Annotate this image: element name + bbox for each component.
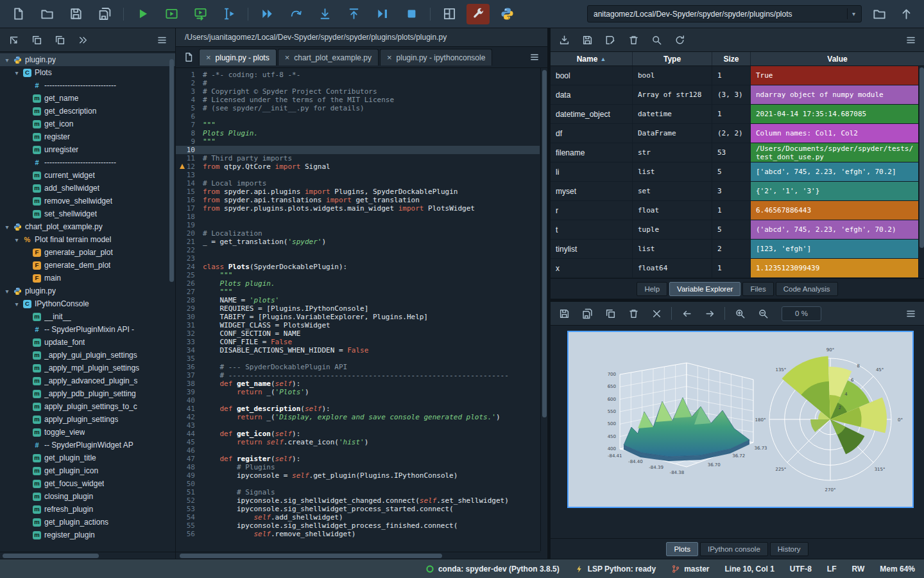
variable-row[interactable]: dfDataFrame(2, 2)Column names: Col1, Col…: [551, 124, 924, 143]
code-line[interactable]: 12from qtpy.QtCore import Signal: [176, 162, 540, 171]
variable-row[interactable]: filenamestr53/Users/Documents/spyder/spy…: [551, 143, 924, 162]
save-data-as-button[interactable]: [601, 31, 620, 49]
editor-tab[interactable]: ×chart_plot_example.py: [278, 49, 379, 66]
encoding-status[interactable]: UTF-8: [790, 565, 812, 574]
outline-item[interactable]: munregister: [0, 143, 175, 156]
outline-item[interactable]: mget_plugin_title: [0, 451, 175, 464]
code-line[interactable]: 31 WIDGET_CLASS = PlotsWidget: [176, 321, 540, 329]
code-line[interactable]: 30 TABIFY = [Plugins.VariableExplorer, P…: [176, 313, 540, 321]
pythonpath-manager-button[interactable]: [495, 4, 518, 24]
code-line[interactable]: 8Plots Plugin.: [176, 129, 540, 137]
close-tab-icon[interactable]: ×: [285, 53, 290, 62]
continue-button[interactable]: [371, 4, 394, 24]
outline-item[interactable]: Fgenerate_polar_plot: [0, 246, 175, 259]
run-cell-advance-button[interactable]: [189, 4, 212, 24]
scroll-thumb[interactable]: [542, 70, 547, 417]
code-line[interactable]: 4# Licensed under the terms of the MIT L…: [176, 96, 540, 104]
code-line[interactable]: 17from spyder.plugins.plots.widgets.main…: [176, 204, 540, 213]
tab-variable-explorer[interactable]: Variable Explorer: [669, 282, 740, 296]
code-line[interactable]: 22: [176, 246, 540, 254]
code-line[interactable]: 19: [176, 221, 540, 229]
remove-all-plots-button[interactable]: [647, 304, 666, 322]
code-line[interactable]: 28 NAME = 'plots': [176, 296, 540, 304]
outline-item[interactable]: ▾plugin.py: [0, 285, 175, 297]
run-selection-button[interactable]: [218, 4, 241, 24]
code-line[interactable]: 16from spyder.api.translations import ge…: [176, 196, 540, 204]
outline-options-button[interactable]: [152, 31, 171, 49]
permissions-status[interactable]: RW: [852, 565, 865, 574]
scroll-thumb[interactable]: [169, 59, 174, 282]
go-to-cursor-button[interactable]: [4, 31, 23, 49]
next-plot-button[interactable]: [700, 304, 719, 322]
outline-item[interactable]: m_apply_mpl_plugin_settings: [0, 362, 175, 374]
variable-row[interactable]: rfloat16.46567886443: [551, 201, 924, 220]
code-line[interactable]: 34 DISABLE_ACTIONS_WHEN_HIDDEN = False: [176, 346, 540, 355]
code-line[interactable]: 55 ipyconsole.sig_shellwidget_process_fi…: [176, 521, 540, 530]
refresh-variables-button[interactable]: [670, 31, 689, 49]
scroll-thumb[interactable]: [920, 67, 924, 248]
collapse-all-button[interactable]: [27, 31, 46, 49]
editor-tab[interactable]: ×plugin.py - ipythonconsole: [380, 49, 492, 66]
code-line[interactable]: 29 REQUIRES = [Plugins.IPythonConsole]: [176, 304, 540, 313]
outline-item[interactable]: mget_description: [0, 105, 175, 118]
save-data-button[interactable]: [578, 31, 597, 49]
code-line[interactable]: 36 # --- SpyderDockablePlugin API: [176, 363, 540, 371]
parent-directory-button[interactable]: [894, 4, 918, 24]
code-line[interactable]: 10: [176, 146, 540, 154]
current-plot[interactable]: 400450500550600650700-84.41-84.40-84.39-…: [567, 331, 914, 508]
search-variable-button[interactable]: [647, 31, 666, 49]
browse-working-directory-button[interactable]: [868, 4, 891, 24]
outline-item[interactable]: ▾CIPythonConsole: [0, 297, 175, 310]
code-line[interactable]: 47 def register(self):: [176, 455, 540, 463]
memory-status[interactable]: Mem 64%: [880, 565, 915, 574]
outline-item[interactable]: ▾%Plot final terrain model: [0, 233, 175, 246]
code-line[interactable]: 6: [176, 112, 540, 121]
outline-item[interactable]: mregister_plugin: [0, 529, 175, 541]
tab-plots[interactable]: Plots: [666, 542, 698, 556]
code-line[interactable]: 54 self.add_shellwidget): [176, 513, 540, 521]
code-line[interactable]: 38 def get_name(self):: [176, 380, 540, 388]
variable-row[interactable]: ttuple5('abcd', 745, 2.23, 'efgh', 70.2): [551, 220, 924, 240]
column-header-type[interactable]: Type: [633, 52, 712, 66]
variable-row[interactable]: datetime_objectdatetime12021-04-14 17:35…: [551, 105, 924, 124]
outline-item[interactable]: ▾chart_plot_example.py: [0, 220, 175, 233]
code-line[interactable]: 7""": [176, 121, 540, 129]
variable-row[interactable]: mysetset3{'2', '1', '3'}: [551, 182, 924, 201]
outline-item[interactable]: mupdate_font: [0, 336, 175, 349]
code-line[interactable]: 44 def get_icon(self):: [176, 430, 540, 438]
run-cell-button[interactable]: [160, 4, 183, 24]
open-file-button[interactable]: [35, 4, 58, 24]
outline-item[interactable]: #-- SpyderPluginWidget AP: [0, 439, 175, 451]
close-tab-icon[interactable]: ×: [206, 53, 211, 62]
outline-item[interactable]: mget_icon: [0, 118, 175, 130]
eol-status[interactable]: LF: [827, 565, 837, 574]
scroll-thumb[interactable]: [3, 554, 99, 558]
outline-item[interactable]: mremove_shellwidget: [0, 195, 175, 207]
code-line[interactable]: 46: [176, 446, 540, 455]
outline-hscrollbar[interactable]: [0, 552, 175, 559]
tab-help[interactable]: Help: [637, 282, 667, 296]
zoom-out-button[interactable]: [753, 304, 773, 322]
code-line[interactable]: 35: [176, 355, 540, 363]
tab-ipython-console[interactable]: IPython console: [700, 542, 768, 556]
git-branch-status[interactable]: master: [671, 565, 709, 574]
file-switcher-button[interactable]: [180, 49, 198, 66]
code-line[interactable]: 5# (see spyder/__init__.py for details): [176, 104, 540, 112]
code-line[interactable]: 21_ = get_translation('spyder'): [176, 238, 540, 246]
code-line[interactable]: 18: [176, 213, 540, 221]
code-line[interactable]: 37 # -----------------------------------…: [176, 371, 540, 380]
code-line[interactable]: 52 ipyconsole.sig_shellwidget_changed.co…: [176, 496, 540, 505]
code-line[interactable]: 24class Plots(SpyderDockablePlugin):: [176, 263, 540, 271]
column-header-name[interactable]: Name▲: [551, 52, 633, 66]
code-line[interactable]: 13: [176, 171, 540, 179]
outline-item[interactable]: Fmain: [0, 272, 175, 285]
remove-plot-button[interactable]: [624, 304, 643, 322]
editor-tab[interactable]: ×plugin.py - plots: [199, 49, 277, 66]
import-data-button[interactable]: [554, 31, 574, 49]
tab-history[interactable]: History: [770, 542, 809, 556]
outline-item[interactable]: mset_shellwidget: [0, 207, 175, 220]
outline-item[interactable]: m_apply_pdb_plugin_setting: [0, 387, 175, 400]
code-line[interactable]: 42 return _('Display, explore and save c…: [176, 413, 540, 421]
outline-item[interactable]: mget_plugin_icon: [0, 464, 175, 477]
code-line[interactable]: 43: [176, 421, 540, 430]
